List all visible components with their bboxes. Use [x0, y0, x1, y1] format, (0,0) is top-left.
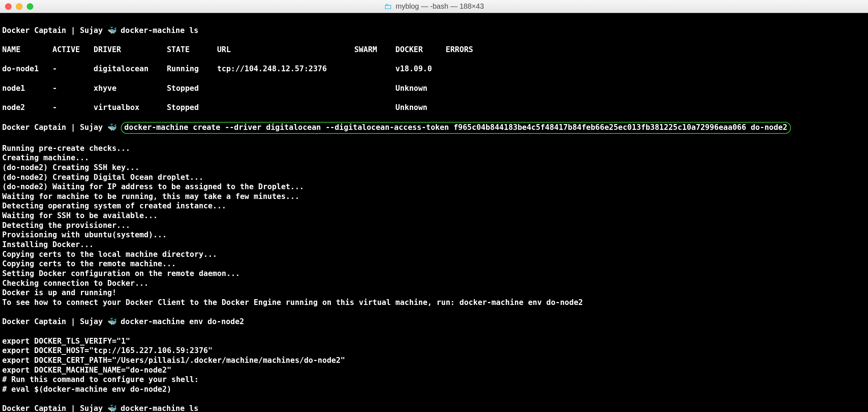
- folder-icon: 🗀: [384, 2, 392, 11]
- output-line: export DOCKER_TLS_VERIFY="1": [2, 336, 866, 346]
- output-line: Detecting operating system of created in…: [2, 201, 866, 211]
- output-line: Detecting the provisioner...: [2, 221, 866, 230]
- output-line: export DOCKER_HOST="tcp://165.227.106.59…: [2, 346, 866, 356]
- output-line: Waiting for SSH to be available...: [2, 211, 866, 221]
- output-line: Checking connection to Docker...: [2, 279, 866, 288]
- output-line: Running pre-create checks...: [2, 144, 866, 153]
- table-row: do-node1-digitaloceanRunningtcp://104.24…: [2, 64, 866, 74]
- output-line: export DOCKER_CERT_PATH="/Users/pillais1…: [2, 356, 866, 365]
- table-row: node1-xhyveStoppedUnknown: [2, 84, 866, 93]
- prompt-line: Docker Captain | Sujay docker-machine cr…: [2, 122, 866, 134]
- whale-icon: [107, 123, 116, 132]
- window-title-text: myblog — -bash — 188×43: [396, 2, 484, 10]
- output-line: Waiting for machine to be running, this …: [2, 192, 866, 201]
- highlighted-command: docker-machine create --driver digitaloc…: [121, 122, 791, 134]
- output-line: Provisioning with ubuntu(systemd)...: [2, 230, 866, 240]
- command: docker-machine ls: [121, 404, 199, 412]
- output-line: Docker is up and running!: [2, 288, 866, 298]
- output-line: To see how to connect your Docker Client…: [2, 298, 866, 307]
- close-icon[interactable]: [5, 3, 12, 10]
- whale-icon: [107, 26, 116, 35]
- output-line: (do-node2) Waiting for IP address to be …: [2, 182, 866, 192]
- env-output: export DOCKER_TLS_VERIFY="1"export DOCKE…: [2, 336, 866, 394]
- prompt-label: Docker Captain | Sujay: [2, 404, 103, 412]
- output-line: (do-node2) Creating SSH key...: [2, 163, 866, 173]
- window-titlebar: 🗀 myblog — -bash — 188×43: [0, 0, 868, 13]
- whale-icon: [107, 317, 116, 327]
- prompt-label: Docker Captain | Sujay: [2, 123, 103, 132]
- whale-icon: [107, 404, 116, 412]
- table-row: node2-virtualboxStoppedUnknown: [2, 103, 866, 112]
- output-line: Setting Docker configuration on the remo…: [2, 269, 866, 279]
- prompt-line: Docker Captain | Sujay docker-machine ls: [2, 26, 866, 35]
- prompt-label: Docker Captain | Sujay: [2, 26, 103, 35]
- maximize-icon[interactable]: [27, 3, 33, 10]
- window-title: 🗀 myblog — -bash — 188×43: [384, 2, 484, 11]
- output-line: Creating machine...: [2, 153, 866, 163]
- output-line: Copying certs to the local machine direc…: [2, 250, 866, 259]
- minimize-icon[interactable]: [16, 3, 22, 10]
- traffic-lights: [5, 3, 33, 10]
- output-line: # Run this command to configure your she…: [2, 375, 866, 385]
- command: docker-machine ls: [121, 26, 199, 35]
- prompt-line: Docker Captain | Sujay docker-machine en…: [2, 317, 866, 327]
- output-line: export DOCKER_MACHINE_NAME="do-node2": [2, 365, 866, 375]
- output-line: # eval $(docker-machine env do-node2): [2, 385, 866, 394]
- output-line: Installing Docker...: [2, 240, 866, 250]
- table-header: NAMEACTIVEDRIVERSTATEURLSWARMDOCKERERROR…: [2, 45, 866, 55]
- create-output: Running pre-create checks...Creating mac…: [2, 144, 866, 307]
- command: docker-machine env do-node2: [121, 317, 244, 326]
- terminal-viewport[interactable]: Docker Captain | Sujay docker-machine ls…: [0, 13, 868, 412]
- output-line: (do-node2) Creating Digital Ocean drople…: [2, 173, 866, 182]
- prompt-line: Docker Captain | Sujay docker-machine ls: [2, 404, 866, 412]
- prompt-label: Docker Captain | Sujay: [2, 317, 103, 326]
- output-line: Copying certs to the remote machine...: [2, 259, 866, 269]
